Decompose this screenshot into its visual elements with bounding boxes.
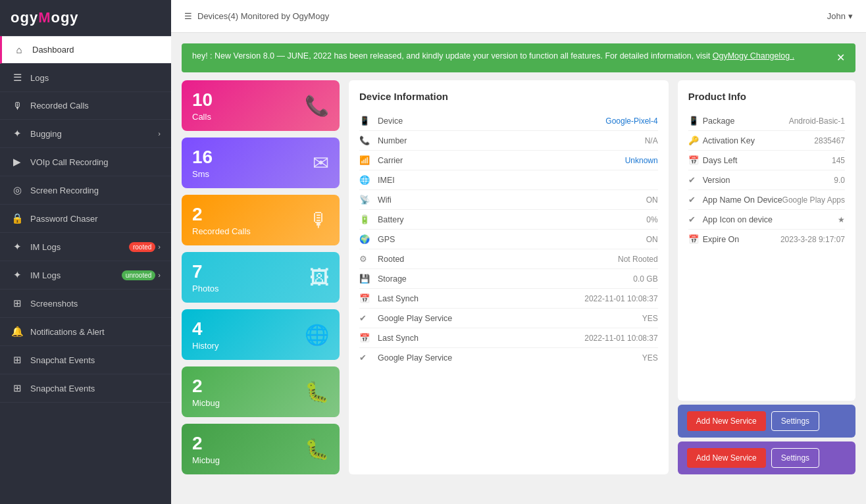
product-row-5: ✔ App Icon on device ★ bbox=[688, 210, 845, 230]
product-row-icon-1: 🔑 bbox=[688, 136, 703, 145]
sidebar-label-password-chaser: Password Chaser bbox=[30, 214, 161, 224]
sidebar-item-bugging[interactable]: ✦ Bugging › bbox=[0, 120, 171, 148]
device-row-icon-9: 📅 bbox=[359, 293, 372, 303]
stat-label-recorded-calls: Recorded Calls bbox=[192, 226, 251, 236]
logo-text3: ogy bbox=[51, 9, 78, 26]
device-info-row-3: 🌐 IMEI bbox=[359, 170, 658, 190]
stat-icon-calls: 📞 bbox=[305, 94, 329, 117]
stat-card-recorded-calls[interactable]: 2 Recorded Calls 🎙 bbox=[182, 195, 340, 245]
badge-im-logs-unrooted: unrooted bbox=[122, 270, 155, 280]
stat-icon-recorded-calls: 🎙 bbox=[309, 209, 329, 232]
sidebar-item-voip[interactable]: ▶ VOIp Call Recording bbox=[0, 148, 171, 176]
sidebar-icon-snapchat1: ⊞ bbox=[11, 354, 24, 366]
stat-label-history: History bbox=[192, 341, 218, 351]
sidebar-item-recorded-calls[interactable]: 🎙 Recorded Calls bbox=[0, 92, 171, 120]
product-row-value-4: Google Play Apps bbox=[782, 195, 845, 205]
device-row-label-12: Google Play Service bbox=[378, 353, 642, 363]
sidebar-item-password-chaser[interactable]: 🔒 Password Chaser bbox=[0, 205, 171, 233]
sidebar-item-screenshots[interactable]: ⊞ Screenshots bbox=[0, 290, 171, 318]
chevron-bugging: › bbox=[158, 130, 161, 138]
user-label: John bbox=[827, 11, 846, 21]
sidebar-label-logs: Logs bbox=[30, 73, 161, 83]
product-row-icon-5: ✔ bbox=[688, 214, 703, 224]
product-row-label-4: App Name On Device bbox=[703, 195, 782, 205]
device-row-icon-4: 📡 bbox=[359, 195, 372, 205]
device-row-icon-6: 🌍 bbox=[359, 234, 372, 244]
sidebar-item-im-logs-rooted[interactable]: ✦ IM Logs rooted › bbox=[0, 233, 171, 261]
changelog-link[interactable]: OgyMogy Changelog . bbox=[713, 51, 794, 61]
product-info-column: Product Info 📱 Package Android-Basic-1 🔑… bbox=[678, 80, 855, 474]
product-info-rows: 📱 Package Android-Basic-1 🔑 Activation K… bbox=[688, 111, 845, 249]
device-row-label-11: Last Synch bbox=[378, 334, 584, 343]
stat-card-history[interactable]: 4 History 🌐 bbox=[182, 309, 340, 360]
stat-label-photos: Photos bbox=[192, 284, 218, 293]
device-row-label-3: IMEI bbox=[378, 176, 658, 185]
stat-card-photos[interactable]: 7 Photos 🖼 bbox=[182, 252, 340, 303]
action-bar-0: Add New Service Settings bbox=[678, 405, 855, 438]
stat-num-history: 4 bbox=[192, 318, 218, 340]
device-info-row-8: 💾 Storage 0.0 GB bbox=[359, 269, 658, 289]
sidebar-item-im-logs-unrooted[interactable]: ✦ IM Logs unrooted › bbox=[0, 261, 171, 290]
sidebar-item-snapchat1[interactable]: ⊞ Snapchat Events bbox=[0, 346, 171, 374]
device-row-icon-8: 💾 bbox=[359, 274, 372, 284]
device-row-icon-5: 🔋 bbox=[359, 214, 372, 224]
sidebar-icon-im-logs-rooted: ✦ bbox=[11, 241, 24, 253]
add-service-button-1[interactable]: Add New Service bbox=[687, 448, 766, 468]
sidebar-icon-im-logs-unrooted: ✦ bbox=[11, 269, 24, 281]
stat-card-calls[interactable]: 10 Calls 📞 bbox=[182, 80, 340, 131]
settings-button-0[interactable]: Settings bbox=[771, 411, 819, 431]
stat-num-calls: 10 bbox=[192, 89, 213, 111]
logo-text1: ogy bbox=[11, 9, 38, 26]
device-info-row-9: 📅 Last Synch 2022-11-01 10:08:37 bbox=[359, 289, 658, 309]
device-info-row-7: ⚙ Rooted Not Rooted bbox=[359, 249, 658, 269]
devices-label: Devices(4) Monitored by OgyMogy bbox=[197, 11, 329, 21]
product-info-panel: Product Info 📱 Package Android-Basic-1 🔑… bbox=[678, 80, 855, 401]
sidebar-item-screen-recording[interactable]: ◎ Screen Recording bbox=[0, 176, 171, 205]
badge-im-logs-rooted: rooted bbox=[129, 242, 155, 252]
sidebar-label-dashboard: Dashboard bbox=[32, 45, 161, 55]
settings-button-1[interactable]: Settings bbox=[771, 448, 819, 468]
device-info-row-1: 📞 Number N/A bbox=[359, 131, 658, 151]
sidebar-item-snapchat2[interactable]: ⊞ Snapchat Events bbox=[0, 374, 171, 403]
stat-label-sms: Sms bbox=[192, 169, 213, 179]
stat-label-calls: Calls bbox=[192, 112, 213, 122]
product-info-title: Product Info bbox=[688, 91, 845, 102]
device-row-icon-3: 🌐 bbox=[359, 175, 372, 185]
stat-label-micbug2: Micbug bbox=[192, 455, 220, 465]
main-area: ☰ Devices(4) Monitored by OgyMogy John ▾… bbox=[171, 0, 866, 504]
sidebar-item-notifications[interactable]: 🔔 Notifications & Alert bbox=[0, 318, 171, 346]
sidebar-label-notifications: Notifications & Alert bbox=[30, 327, 161, 337]
stat-card-micbug1[interactable]: 2 Micbug 🐛 bbox=[182, 366, 340, 417]
product-row-icon-3: ✔ bbox=[688, 175, 703, 185]
device-info-row-4: 📡 Wifi ON bbox=[359, 190, 658, 210]
sidebar-icon-notifications: 🔔 bbox=[11, 326, 24, 338]
menu-icon: ☰ bbox=[184, 11, 192, 21]
device-row-label-4: Wifi bbox=[378, 195, 646, 205]
content: hey! : New Version 8.0 — JUNE, 2022 has … bbox=[171, 33, 866, 504]
device-row-value-9: 2022-11-01 10:08:37 bbox=[584, 294, 657, 303]
banner-close-button[interactable]: ✕ bbox=[836, 50, 845, 66]
device-row-value-6: ON bbox=[646, 235, 658, 244]
stat-card-sms[interactable]: 16 Sms ✉ bbox=[182, 138, 340, 188]
add-service-button-0[interactable]: Add New Service bbox=[687, 411, 766, 431]
product-row-6: 📅 Expire On 2023-3-28 9:17:07 bbox=[688, 230, 845, 249]
sidebar-item-logs[interactable]: ☰ Logs bbox=[0, 64, 171, 92]
device-row-icon-0: 📱 bbox=[359, 116, 372, 126]
device-info-rows: 📱 Device Google-Pixel-4 📞 Number N/A 📶 C… bbox=[359, 111, 658, 367]
product-row-label-5: App Icon on device bbox=[703, 215, 838, 224]
logo-m: M bbox=[38, 9, 51, 26]
stat-card-micbug2[interactable]: 2 Micbug 🐛 bbox=[182, 424, 340, 474]
action-bars: Add New Service Settings Add New Service… bbox=[678, 401, 855, 474]
product-row-label-2: Days Left bbox=[703, 156, 832, 165]
product-row-3: ✔ Version 9.0 bbox=[688, 170, 845, 190]
device-info-row-5: 🔋 Battery 0% bbox=[359, 210, 658, 230]
stat-num-recorded-calls: 2 bbox=[192, 204, 251, 225]
sidebar-item-dashboard[interactable]: ⌂ Dashboard bbox=[0, 36, 171, 64]
device-row-label-1: Number bbox=[378, 136, 645, 145]
stat-icon-history: 🌐 bbox=[305, 323, 329, 346]
user-chevron-icon: ▾ bbox=[848, 11, 853, 21]
sidebar-nav: ⌂ Dashboard ☰ Logs 🎙 Recorded Calls ✦ Bu… bbox=[0, 36, 171, 403]
user-menu[interactable]: John ▾ bbox=[827, 11, 853, 21]
product-row-icon-4: ✔ bbox=[688, 195, 703, 205]
device-info-title: Device Information bbox=[359, 91, 658, 102]
